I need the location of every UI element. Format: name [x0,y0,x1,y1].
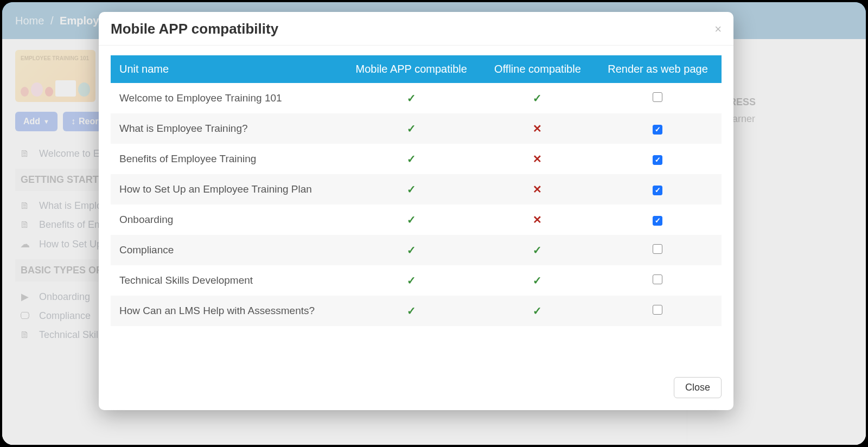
render-checkbox[interactable] [653,125,662,135]
cell-render-web [594,205,722,235]
check-icon: ✓ [407,214,416,226]
table-row: Onboarding✓✕ [111,205,722,235]
col-offline-compat: Offline compatible [481,55,594,83]
cell-unit-name: Benefits of Employee Training [111,144,341,174]
cell-unit-name: Compliance [111,235,341,265]
cell-offline-compat: ✕ [481,144,594,174]
cell-render-web [594,296,722,326]
cell-offline-compat: ✓ [481,235,594,265]
check-icon: ✓ [407,244,416,256]
table-row: Welcome to Employee Training 101✓✓ [111,83,722,113]
table-row: How to Set Up an Employee Training Plan✓… [111,174,722,205]
close-icon[interactable]: × [714,23,722,35]
check-icon: ✓ [533,92,542,104]
check-icon: ✓ [407,183,416,195]
check-icon: ✓ [407,153,416,165]
cell-offline-compat: ✓ [481,83,594,113]
check-icon: ✓ [407,92,416,104]
table-row: How Can an LMS Help with Assessments?✓✓ [111,296,722,326]
cross-icon: ✕ [533,153,542,165]
cell-offline-compat: ✕ [481,113,594,144]
compat-table: Unit name Mobile APP compatible Offline … [111,55,722,326]
render-checkbox[interactable] [653,216,662,226]
cell-render-web [594,174,722,205]
render-checkbox[interactable] [653,244,662,254]
cell-mobile-compat: ✓ [341,144,481,174]
check-icon: ✓ [407,274,416,286]
check-icon: ✓ [533,305,542,317]
cell-mobile-compat: ✓ [341,265,481,296]
cell-mobile-compat: ✓ [341,83,481,113]
table-row: Technical Skills Development✓✓ [111,265,722,296]
cross-icon: ✕ [533,214,542,226]
close-button[interactable]: Close [674,377,722,398]
col-mobile-compat: Mobile APP compatible [341,55,481,83]
cell-mobile-compat: ✓ [341,205,481,235]
table-row: Compliance✓✓ [111,235,722,265]
render-checkbox[interactable] [653,155,662,165]
cell-offline-compat: ✓ [481,296,594,326]
check-icon: ✓ [407,305,416,317]
cell-render-web [594,113,722,144]
cell-unit-name: Technical Skills Development [111,265,341,296]
modal-body[interactable]: Unit name Mobile APP compatible Offline … [99,46,733,371]
cell-offline-compat: ✓ [481,265,594,296]
cell-unit-name: Welcome to Employee Training 101 [111,83,341,113]
modal-title: Mobile APP compatibility [111,21,278,37]
col-unit-name: Unit name [111,55,341,83]
render-checkbox[interactable] [653,92,662,102]
cell-render-web [594,83,722,113]
modal-footer: Close [99,371,733,410]
render-checkbox[interactable] [653,305,662,315]
check-icon: ✓ [533,244,542,256]
render-checkbox[interactable] [653,274,662,284]
cell-mobile-compat: ✓ [341,235,481,265]
cross-icon: ✕ [533,123,542,135]
cell-unit-name: How to Set Up an Employee Training Plan [111,174,341,205]
cell-unit-name: What is Employee Training? [111,113,341,144]
table-header-row: Unit name Mobile APP compatible Offline … [111,55,722,83]
col-render-web: Render as web page [594,55,722,83]
cell-mobile-compat: ✓ [341,113,481,144]
cell-mobile-compat: ✓ [341,174,481,205]
cross-icon: ✕ [533,183,542,195]
cell-offline-compat: ✕ [481,205,594,235]
check-icon: ✓ [533,274,542,286]
table-row: What is Employee Training?✓✕ [111,113,722,144]
mobile-compat-modal: Mobile APP compatibility × Unit name Mob… [99,12,733,410]
cell-render-web [594,144,722,174]
cell-unit-name: Onboarding [111,205,341,235]
modal-header: Mobile APP compatibility × [99,12,733,46]
cell-render-web [594,235,722,265]
cell-mobile-compat: ✓ [341,296,481,326]
check-icon: ✓ [407,123,416,135]
cell-render-web [594,265,722,296]
table-row: Benefits of Employee Training✓✕ [111,144,722,174]
cell-offline-compat: ✕ [481,174,594,205]
cell-unit-name: How Can an LMS Help with Assessments? [111,296,341,326]
render-checkbox[interactable] [653,186,662,195]
